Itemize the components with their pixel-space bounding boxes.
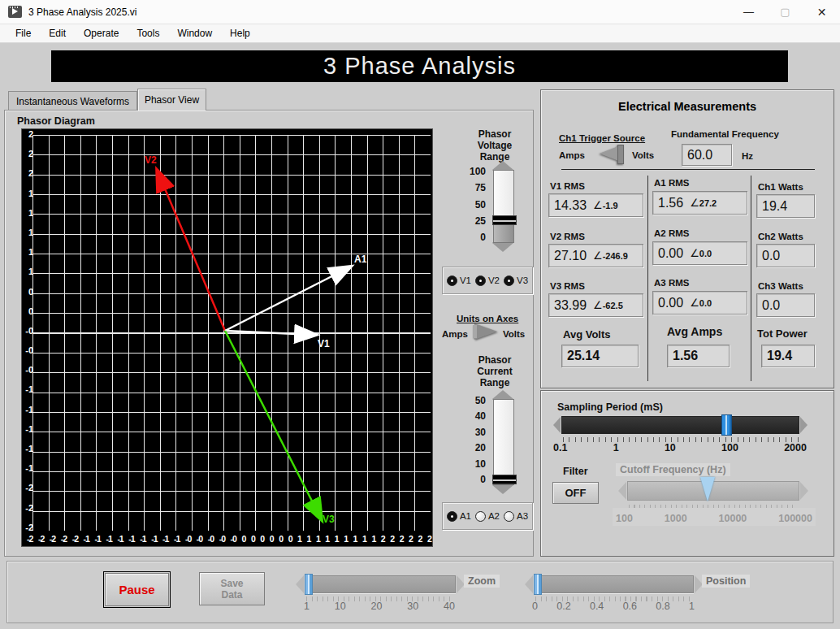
sampling-slider[interactable] (561, 416, 799, 434)
divider (561, 169, 815, 170)
a1-rms-value: 1.56 ∠27.2 (652, 191, 747, 215)
phasor-vectors (32, 135, 431, 531)
radio-v3[interactable]: V3 (504, 275, 528, 286)
a1-rms-label: A1 RMS (654, 178, 689, 188)
voltage-channel-selector: V1 V2 V3 (442, 267, 533, 294)
ch1-watts-label: Ch1 Watts (758, 182, 803, 192)
tot-power-label: Tot Power (757, 328, 808, 340)
minimize-button[interactable]: — (730, 0, 767, 24)
zoom-handle[interactable] (305, 574, 313, 595)
phasor-label-V2: V2 (145, 154, 157, 166)
radio-v2-icon[interactable] (475, 275, 486, 286)
radio-v1-icon[interactable] (447, 275, 457, 286)
voltage-range-handle[interactable] (492, 215, 517, 225)
radio-v3-icon[interactable] (504, 275, 514, 286)
tab-instantaneous-waveforms[interactable]: Instantaneous Waveforms (8, 91, 137, 111)
voltage-range-slider[interactable] (492, 161, 515, 252)
radio-a1-icon[interactable] (447, 511, 457, 522)
phasor-view-page: Phasor Diagram 2221111100-0-0-0-1-1-1-1-… (4, 110, 534, 557)
ch2-watts-label: Ch2 Watts (758, 232, 803, 241)
phasor-diagram-label: Phasor Diagram (17, 115, 95, 127)
menu-file[interactable]: File (6, 24, 40, 42)
avg-volts-value: 25.14 (561, 345, 639, 367)
v3-rms-label: V3 RMS (550, 281, 585, 291)
cutoff-frequency-label: Cutoff Frequency (Hz) (616, 463, 730, 476)
sampling-handle[interactable] (721, 414, 732, 436)
position-handle[interactable] (534, 574, 542, 595)
phasor-vector-V1 (225, 331, 314, 335)
current-range-handle[interactable] (492, 475, 517, 484)
position-left-arrow[interactable] (525, 575, 533, 593)
zoom-slider[interactable] (305, 575, 456, 593)
menu-edit[interactable]: Edit (40, 24, 75, 42)
tab-phasor-view[interactable]: Phasor View (137, 89, 206, 111)
electrical-measurements-panel: Electrical Measurements Ch1 Trigger Sour… (540, 89, 834, 388)
fundamental-frequency-field[interactable]: 60.0 (682, 144, 732, 166)
current-range-scale: 50403020100 (468, 397, 486, 484)
avg-amps-label: Avg Amps (667, 325, 722, 338)
banner: 3 Phase Analysis (51, 50, 788, 82)
phasor-label-V3: V3 (323, 514, 335, 525)
v2-rms-label: V2 RMS (550, 232, 585, 241)
slider-down-arrow[interactable] (492, 243, 513, 252)
filter-label: Filter (563, 466, 588, 477)
menu-tools[interactable]: Tools (128, 24, 168, 42)
phasor-plot[interactable]: 2221111100-0-0-0-1-1-1-1-1-2-2-2 V2A1V1V… (21, 128, 433, 547)
close-button[interactable]: ✕ (803, 0, 840, 24)
trigger-volts-label: Volts (632, 150, 654, 160)
position-label: Position (702, 575, 750, 588)
bottom-control-bar: Pause SaveData 110203040 Zoom 00.20.40.6… (6, 561, 834, 623)
radio-v1[interactable]: V1 (447, 275, 471, 286)
phasor-vector-V2 (158, 171, 225, 331)
fundamental-frequency-label: Fundamental Frequency (671, 129, 779, 139)
menu-help[interactable]: Help (221, 24, 259, 42)
units-amps-label: Amps (442, 329, 468, 339)
radio-a1[interactable]: A1 (447, 511, 471, 522)
voltage-range-scale: 1007550250 (468, 167, 486, 242)
divider (751, 176, 751, 381)
radio-a2[interactable]: A2 (475, 511, 500, 522)
save-data-button[interactable]: SaveData (199, 572, 265, 605)
current-range-title: PhasorCurrentRange (458, 354, 531, 388)
menu-operate[interactable]: Operate (75, 24, 128, 42)
position-scale: 00.20.40.60.81 (532, 601, 695, 612)
sampling-left-arrow[interactable] (553, 417, 561, 433)
app-window: { "window": { "title": "3 Phase Analysis… (0, 0, 840, 629)
current-range-slider[interactable] (492, 390, 515, 494)
maximize-button[interactable]: ▢ (767, 0, 803, 24)
slider-up-arrow[interactable] (492, 390, 513, 399)
zoom-left-arrow[interactable] (296, 575, 304, 593)
phasor-vector-V3 (225, 331, 321, 518)
a3-rms-label: A3 RMS (654, 278, 689, 288)
filter-off-button[interactable]: OFF (552, 482, 599, 504)
menu-window[interactable]: Window (168, 24, 221, 42)
v2-rms-value: 27.10 ∠-246.9 (548, 244, 643, 267)
trigger-amps-label: Amps (559, 150, 585, 160)
cutoff-handle (700, 477, 715, 501)
radio-a3[interactable]: A3 (504, 511, 528, 522)
labview-app-icon (8, 6, 22, 18)
avg-volts-label: Avg Volts (563, 328, 611, 341)
v1-rms-value: 14.33 ∠-1.9 (548, 193, 643, 217)
radio-a2-icon[interactable] (475, 511, 486, 522)
slider-down-arrow[interactable] (492, 485, 513, 494)
radio-a3-icon[interactable] (504, 511, 514, 522)
position-slider[interactable] (534, 575, 694, 593)
radio-v2[interactable]: V2 (475, 275, 500, 286)
ch3-watts-label: Ch3 Watts (758, 281, 803, 291)
units-switch[interactable] (474, 323, 497, 340)
trigger-switch[interactable] (600, 145, 621, 162)
slider-up-arrow[interactable] (492, 161, 513, 170)
x-axis-labels: -2-2-2-2-2-1-1-1-1-1-1-1-1-1-0-0-0-0-000… (27, 534, 431, 544)
cutoff-right-arrow (800, 482, 808, 500)
avg-amps-value: 1.56 (667, 345, 730, 367)
units-on-axes-label: Units on Axes (457, 314, 518, 323)
phasor-label-A1: A1 (354, 254, 366, 265)
title-bar: 3 Phase Analysis 2025.vi — ▢ ✕ (0, 0, 840, 24)
sampling-right-arrow[interactable] (800, 417, 808, 433)
a2-rms-value: 0.00 ∠0.0 (652, 241, 747, 265)
pause-button[interactable]: Pause (105, 573, 169, 606)
phasor-label-V1: V1 (318, 338, 330, 349)
divider (647, 176, 648, 381)
cutoff-scale: 100100010000100000 (613, 508, 816, 526)
